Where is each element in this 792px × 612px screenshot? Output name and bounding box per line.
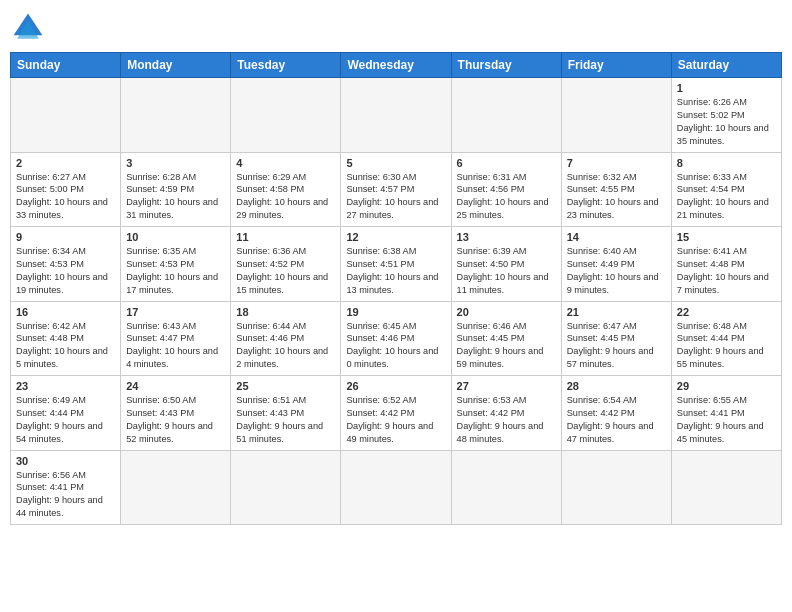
weekday-header-row: SundayMondayTuesdayWednesdayThursdayFrid… <box>11 53 782 78</box>
day-number: 11 <box>236 231 335 243</box>
day-number: 12 <box>346 231 445 243</box>
day-info: Sunrise: 6:26 AM Sunset: 5:02 PM Dayligh… <box>677 96 776 148</box>
weekday-header-friday: Friday <box>561 53 671 78</box>
day-number: 21 <box>567 306 666 318</box>
day-number: 30 <box>16 455 115 467</box>
day-info: Sunrise: 6:32 AM Sunset: 4:55 PM Dayligh… <box>567 171 666 223</box>
day-info: Sunrise: 6:30 AM Sunset: 4:57 PM Dayligh… <box>346 171 445 223</box>
weekday-header-tuesday: Tuesday <box>231 53 341 78</box>
day-info: Sunrise: 6:47 AM Sunset: 4:45 PM Dayligh… <box>567 320 666 372</box>
calendar-table: SundayMondayTuesdayWednesdayThursdayFrid… <box>10 52 782 525</box>
calendar-cell: 21Sunrise: 6:47 AM Sunset: 4:45 PM Dayli… <box>561 301 671 376</box>
calendar-cell: 1Sunrise: 6:26 AM Sunset: 5:02 PM Daylig… <box>671 78 781 153</box>
day-number: 16 <box>16 306 115 318</box>
calendar-cell: 12Sunrise: 6:38 AM Sunset: 4:51 PM Dayli… <box>341 227 451 302</box>
day-number: 4 <box>236 157 335 169</box>
logo-icon <box>10 10 46 46</box>
day-info: Sunrise: 6:50 AM Sunset: 4:43 PM Dayligh… <box>126 394 225 446</box>
day-info: Sunrise: 6:54 AM Sunset: 4:42 PM Dayligh… <box>567 394 666 446</box>
calendar-cell <box>121 78 231 153</box>
calendar-cell: 18Sunrise: 6:44 AM Sunset: 4:46 PM Dayli… <box>231 301 341 376</box>
calendar-cell: 14Sunrise: 6:40 AM Sunset: 4:49 PM Dayli… <box>561 227 671 302</box>
calendar-cell: 4Sunrise: 6:29 AM Sunset: 4:58 PM Daylig… <box>231 152 341 227</box>
calendar-cell <box>451 450 561 525</box>
calendar-week-row: 9Sunrise: 6:34 AM Sunset: 4:53 PM Daylig… <box>11 227 782 302</box>
day-number: 9 <box>16 231 115 243</box>
day-number: 14 <box>567 231 666 243</box>
day-number: 19 <box>346 306 445 318</box>
calendar-cell <box>341 450 451 525</box>
day-number: 2 <box>16 157 115 169</box>
day-number: 7 <box>567 157 666 169</box>
calendar-cell: 26Sunrise: 6:52 AM Sunset: 4:42 PM Dayli… <box>341 376 451 451</box>
day-number: 6 <box>457 157 556 169</box>
calendar-cell: 30Sunrise: 6:56 AM Sunset: 4:41 PM Dayli… <box>11 450 121 525</box>
calendar-cell <box>341 78 451 153</box>
calendar-cell: 20Sunrise: 6:46 AM Sunset: 4:45 PM Dayli… <box>451 301 561 376</box>
calendar-cell: 16Sunrise: 6:42 AM Sunset: 4:48 PM Dayli… <box>11 301 121 376</box>
calendar-cell <box>451 78 561 153</box>
day-info: Sunrise: 6:56 AM Sunset: 4:41 PM Dayligh… <box>16 469 115 521</box>
calendar-cell: 23Sunrise: 6:49 AM Sunset: 4:44 PM Dayli… <box>11 376 121 451</box>
day-info: Sunrise: 6:40 AM Sunset: 4:49 PM Dayligh… <box>567 245 666 297</box>
day-number: 22 <box>677 306 776 318</box>
calendar-cell <box>121 450 231 525</box>
day-info: Sunrise: 6:55 AM Sunset: 4:41 PM Dayligh… <box>677 394 776 446</box>
day-info: Sunrise: 6:46 AM Sunset: 4:45 PM Dayligh… <box>457 320 556 372</box>
day-info: Sunrise: 6:45 AM Sunset: 4:46 PM Dayligh… <box>346 320 445 372</box>
calendar-cell: 13Sunrise: 6:39 AM Sunset: 4:50 PM Dayli… <box>451 227 561 302</box>
calendar-week-row: 30Sunrise: 6:56 AM Sunset: 4:41 PM Dayli… <box>11 450 782 525</box>
calendar-cell <box>561 78 671 153</box>
logo <box>10 10 50 46</box>
day-info: Sunrise: 6:36 AM Sunset: 4:52 PM Dayligh… <box>236 245 335 297</box>
day-info: Sunrise: 6:33 AM Sunset: 4:54 PM Dayligh… <box>677 171 776 223</box>
calendar-header: SundayMondayTuesdayWednesdayThursdayFrid… <box>11 53 782 78</box>
calendar-cell: 11Sunrise: 6:36 AM Sunset: 4:52 PM Dayli… <box>231 227 341 302</box>
day-info: Sunrise: 6:53 AM Sunset: 4:42 PM Dayligh… <box>457 394 556 446</box>
day-number: 8 <box>677 157 776 169</box>
calendar-cell: 27Sunrise: 6:53 AM Sunset: 4:42 PM Dayli… <box>451 376 561 451</box>
day-info: Sunrise: 6:38 AM Sunset: 4:51 PM Dayligh… <box>346 245 445 297</box>
day-number: 28 <box>567 380 666 392</box>
day-info: Sunrise: 6:31 AM Sunset: 4:56 PM Dayligh… <box>457 171 556 223</box>
weekday-header-sunday: Sunday <box>11 53 121 78</box>
calendar-cell: 15Sunrise: 6:41 AM Sunset: 4:48 PM Dayli… <box>671 227 781 302</box>
day-info: Sunrise: 6:51 AM Sunset: 4:43 PM Dayligh… <box>236 394 335 446</box>
day-number: 13 <box>457 231 556 243</box>
calendar-page: SundayMondayTuesdayWednesdayThursdayFrid… <box>0 0 792 612</box>
weekday-header-monday: Monday <box>121 53 231 78</box>
calendar-cell: 2Sunrise: 6:27 AM Sunset: 5:00 PM Daylig… <box>11 152 121 227</box>
calendar-cell <box>231 450 341 525</box>
day-number: 29 <box>677 380 776 392</box>
day-number: 26 <box>346 380 445 392</box>
calendar-cell: 10Sunrise: 6:35 AM Sunset: 4:53 PM Dayli… <box>121 227 231 302</box>
day-info: Sunrise: 6:41 AM Sunset: 4:48 PM Dayligh… <box>677 245 776 297</box>
calendar-cell: 3Sunrise: 6:28 AM Sunset: 4:59 PM Daylig… <box>121 152 231 227</box>
day-number: 15 <box>677 231 776 243</box>
day-info: Sunrise: 6:52 AM Sunset: 4:42 PM Dayligh… <box>346 394 445 446</box>
calendar-cell <box>671 450 781 525</box>
calendar-cell: 17Sunrise: 6:43 AM Sunset: 4:47 PM Dayli… <box>121 301 231 376</box>
day-info: Sunrise: 6:49 AM Sunset: 4:44 PM Dayligh… <box>16 394 115 446</box>
day-number: 3 <box>126 157 225 169</box>
day-number: 25 <box>236 380 335 392</box>
day-number: 5 <box>346 157 445 169</box>
calendar-cell: 9Sunrise: 6:34 AM Sunset: 4:53 PM Daylig… <box>11 227 121 302</box>
day-number: 17 <box>126 306 225 318</box>
calendar-week-row: 2Sunrise: 6:27 AM Sunset: 5:00 PM Daylig… <box>11 152 782 227</box>
day-number: 24 <box>126 380 225 392</box>
weekday-header-wednesday: Wednesday <box>341 53 451 78</box>
calendar-cell: 8Sunrise: 6:33 AM Sunset: 4:54 PM Daylig… <box>671 152 781 227</box>
day-number: 1 <box>677 82 776 94</box>
calendar-cell: 7Sunrise: 6:32 AM Sunset: 4:55 PM Daylig… <box>561 152 671 227</box>
day-info: Sunrise: 6:29 AM Sunset: 4:58 PM Dayligh… <box>236 171 335 223</box>
calendar-cell <box>231 78 341 153</box>
calendar-cell: 5Sunrise: 6:30 AM Sunset: 4:57 PM Daylig… <box>341 152 451 227</box>
day-info: Sunrise: 6:28 AM Sunset: 4:59 PM Dayligh… <box>126 171 225 223</box>
day-number: 20 <box>457 306 556 318</box>
calendar-week-row: 23Sunrise: 6:49 AM Sunset: 4:44 PM Dayli… <box>11 376 782 451</box>
day-info: Sunrise: 6:48 AM Sunset: 4:44 PM Dayligh… <box>677 320 776 372</box>
weekday-header-saturday: Saturday <box>671 53 781 78</box>
weekday-header-thursday: Thursday <box>451 53 561 78</box>
calendar-cell: 24Sunrise: 6:50 AM Sunset: 4:43 PM Dayli… <box>121 376 231 451</box>
